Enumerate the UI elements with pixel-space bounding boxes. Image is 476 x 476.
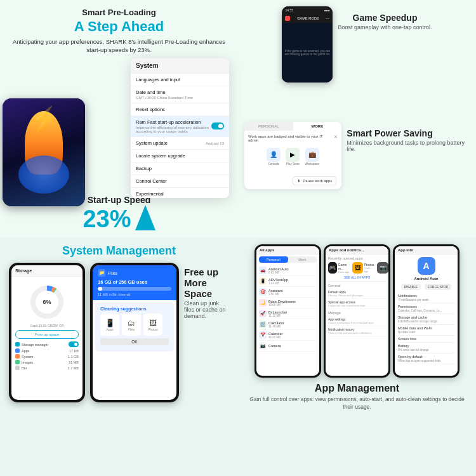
game-mode-icon bbox=[285, 16, 290, 21]
list-item[interactable]: 🌙 Basic Daydreams16.06 MB bbox=[259, 298, 317, 308]
list-item[interactable]: 📷 Camera bbox=[259, 341, 317, 352]
app-info-row-permissions[interactable]: Permissions Calendar, Call logs, Contact… bbox=[398, 303, 454, 314]
notif-apps-body: Recently opened apps 🎮 Game m... 5 min a… bbox=[326, 255, 388, 338]
contacts-icon: 👤 bbox=[267, 148, 281, 162]
cleaning-items: 📱 Apps 🗂 Files 🖼 Photos bbox=[100, 314, 169, 336]
storage-bar-info: 16 GB of 256 GB used bbox=[98, 279, 171, 285]
settings-panel: System Languages and input Date and time… bbox=[131, 58, 229, 198]
app-management-title: App Management bbox=[244, 383, 470, 394]
system-management-section: System Management Storage bbox=[0, 238, 238, 476]
free-up-section: Free up More Space Clean up junk files o… bbox=[184, 267, 229, 319]
files-blue-header: 📁 Files 16 GB of 256 GB used 11 MB in Bi… bbox=[93, 265, 176, 300]
personal-tab[interactable]: Personal bbox=[259, 256, 288, 263]
contacts-app[interactable]: 👤 Contacts bbox=[267, 148, 281, 166]
settings-item-backup[interactable]: Backup bbox=[131, 162, 229, 175]
free-space-button[interactable]: Free up space bbox=[15, 330, 79, 339]
files-icon: 📁 bbox=[98, 269, 105, 277]
all-apps-tabs: Personal Work bbox=[259, 256, 317, 263]
manage-label: Manage bbox=[328, 311, 386, 315]
workspace-app[interactable]: 💼 Workspace bbox=[305, 148, 319, 166]
settings-item-locate[interactable]: Locate system upgrade bbox=[131, 150, 229, 162]
legend-dot-system bbox=[15, 354, 20, 359]
settings-item-ram[interactable]: Ram Fast start-up acceleration Improve t… bbox=[131, 116, 229, 137]
settings-item-reset[interactable]: Reset options bbox=[131, 103, 229, 116]
notif-setting-app-settings[interactable]: App settings Control notifications from … bbox=[328, 316, 386, 326]
assistant-icon: 🎯 bbox=[259, 288, 267, 296]
settings-item-languages[interactable]: Languages and input bbox=[131, 74, 229, 86]
free-up-title: Free up More Space bbox=[184, 267, 229, 299]
game-phone: 14:55●●● GAME MODE ⋯ If the game is not … bbox=[282, 6, 333, 83]
smart-preloading-section: Smart Pre-Loading A Step Ahead Anticipat… bbox=[0, 0, 238, 238]
settings-item-update[interactable]: System update Android 13 bbox=[131, 137, 229, 150]
settings-item-datetime[interactable]: Date and time GMT+08:00 China Standard T… bbox=[131, 86, 229, 103]
app-info-row-screen-time[interactable]: Screen time bbox=[398, 336, 454, 343]
personal-tab[interactable]: PERSONAL bbox=[244, 122, 293, 131]
legend-item-images: Images 31 MB bbox=[15, 360, 79, 364]
legend-item-bin: Bin 2.7 MB bbox=[15, 366, 79, 370]
step-ahead-title: A Step Ahead bbox=[9, 18, 229, 35]
pause-work-button[interactable]: ⏸ Pause work apps bbox=[293, 176, 336, 185]
bottom-half: System Management Storage bbox=[0, 238, 476, 476]
app-info-row-storage[interactable]: Storage and cache 6.93 MB used in storag… bbox=[398, 314, 454, 325]
work-panel-tabs: PERSONAL WORK bbox=[244, 122, 341, 131]
storage-bar bbox=[98, 287, 171, 291]
recent-camera-app[interactable]: 📷 Camera 8 min ago bbox=[377, 262, 388, 274]
app-info-phone-inner: App info A Android Auto DISABLE FORCE ST… bbox=[395, 246, 458, 376]
list-item[interactable]: 📱 ADVTestApp1.04 MB bbox=[259, 276, 317, 287]
photos-recent-icon: 🖼 bbox=[352, 262, 363, 274]
recent-photos-app[interactable]: 🖼 Photos 5 min ago bbox=[352, 262, 375, 274]
storage-legend: Storage manager Apps 17 KB bbox=[15, 341, 79, 370]
playstore-app[interactable]: ▶ Play Store bbox=[286, 148, 300, 166]
notif-setting-special-access[interactable]: Special app access 2 apps can use unrest… bbox=[328, 299, 386, 309]
calculator-icon: 🔢 bbox=[259, 321, 267, 328]
recent-apps-row: 🎮 Game m... 5 min ago 🖼 Photo bbox=[328, 262, 386, 274]
arrow-up-icon bbox=[135, 205, 155, 230]
daydreams-icon: 🌙 bbox=[259, 299, 267, 307]
notif-setting-history[interactable]: Notification history Show recent and sno… bbox=[328, 326, 386, 336]
see-all-apps[interactable]: SEE ALL 64 APPS bbox=[328, 275, 386, 279]
files-phone: 📁 Files 16 GB of 256 GB used 11 MB in Bi… bbox=[90, 263, 179, 402]
smart-power-title: Smart Power Saving bbox=[347, 128, 470, 138]
app-info-name: Android Auto bbox=[414, 277, 438, 281]
app-info-row-open-default[interactable]: Open by default Allow app to open suppor… bbox=[398, 354, 454, 364]
free-up-desc: Clean up junk files or cache on demand. bbox=[184, 300, 229, 319]
all-apps-header: All apps bbox=[256, 246, 319, 255]
smart-preloading-title: Smart Pre-Loading bbox=[9, 8, 229, 17]
list-item[interactable]: 🚀 BxLauncher11.12 MB bbox=[259, 308, 317, 319]
camera-icon: 📷 bbox=[259, 342, 267, 350]
settings-item-experimental[interactable]: Experimental bbox=[131, 188, 229, 198]
work-tab[interactable]: Work bbox=[288, 256, 317, 263]
startup-percent: 23% bbox=[0, 205, 238, 233]
list-item[interactable]: 📅 Calendar46.95 MB bbox=[259, 330, 317, 341]
work-badge-row: Work apps are badged and visible to your… bbox=[248, 135, 338, 142]
app-info-row-mobile-data[interactable]: Mobile data and Wi-Fi No data used bbox=[398, 325, 454, 336]
donut-sub-text: Used 15.91 GB/256 GB bbox=[15, 324, 79, 327]
disable-button[interactable]: DISABLE bbox=[401, 284, 421, 290]
top-half: Smart Pre-Loading A Step Ahead Anticipat… bbox=[0, 0, 476, 238]
page: Smart Pre-Loading A Step Ahead Anticipat… bbox=[0, 0, 476, 476]
settings-item-control[interactable]: Control Center bbox=[131, 175, 229, 188]
app-info-phone: App info A Android Auto DISABLE FORCE ST… bbox=[393, 244, 459, 378]
list-item[interactable]: 🎯 Assistant3.56 MB bbox=[259, 287, 317, 298]
notifications-phone: Apps and notifica... Recently opened app… bbox=[324, 244, 390, 378]
general-label: General bbox=[328, 284, 386, 288]
files-header-title: 📁 Files bbox=[98, 269, 171, 277]
legend-dot-bin bbox=[15, 366, 20, 370]
recent-game-app[interactable]: 🎮 Game m... 5 min ago bbox=[328, 262, 350, 274]
storage-manager-toggle[interactable] bbox=[69, 341, 79, 347]
app-info-row-notifications[interactable]: Notifications -0 notifications per week bbox=[398, 293, 454, 303]
work-apps-panel: PERSONAL WORK Work apps are badged and v… bbox=[244, 122, 341, 189]
smart-power-section: PERSONAL WORK Work apps are badged and v… bbox=[244, 122, 470, 232]
close-icon[interactable]: ✕ bbox=[334, 135, 338, 140]
app-info-row-battery[interactable]: Battery 0% since last full charge bbox=[398, 343, 454, 354]
list-item[interactable]: 🔢 Calculator11.48 MB bbox=[259, 319, 317, 330]
work-tab[interactable]: WORK bbox=[293, 122, 342, 131]
files-phone-inner: 📁 Files 16 GB of 256 GB used 11 MB in Bi… bbox=[93, 265, 176, 400]
force-stop-button[interactable]: FORCE STOP bbox=[425, 284, 451, 290]
ram-toggle[interactable] bbox=[211, 122, 224, 129]
ok-button[interactable]: OK bbox=[100, 338, 169, 345]
notif-setting-default-apps[interactable]: Default apps Chrome, Phone and Messages bbox=[328, 289, 386, 299]
advtest-icon: 📱 bbox=[259, 277, 267, 285]
list-item[interactable]: 🚗 Android Auto6.93 MB bbox=[259, 265, 317, 276]
game-recent-icon: 🎮 bbox=[328, 262, 337, 274]
